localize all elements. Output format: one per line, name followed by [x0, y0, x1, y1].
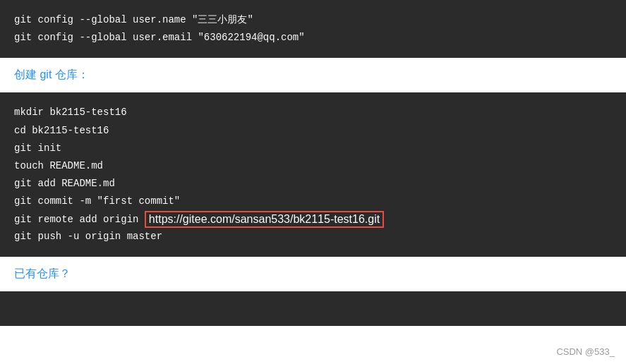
code-block-existing-repo [0, 291, 626, 326]
remote-url-highlighted: https://gitee.com/sansan533/bk2115-test1… [145, 211, 384, 228]
code-line-add: git add README.md [14, 175, 612, 193]
section-heading-existing-repo: 已有仓库？ [0, 257, 626, 291]
page-container: git config --global user.name "三三小朋友" gi… [0, 0, 626, 364]
code-line-commit: git commit -m "first commit" [14, 193, 612, 210]
section-heading-create-repo: 创建 git 仓库： [0, 58, 626, 92]
code-line-remote: git remote add origin https://gitee.com/… [14, 211, 612, 228]
code-line-init: git init [14, 140, 612, 157]
code-line-email: git config --global user.email "63062219… [14, 29, 612, 47]
code-line-username: git config --global user.name "三三小朋友" [14, 11, 612, 29]
code-line-cd: cd bk2115-test16 [14, 122, 612, 140]
code-block-git-config: git config --global user.name "三三小朋友" gi… [0, 0, 626, 58]
remote-line-prefix: git remote add origin [14, 214, 145, 225]
code-line-mkdir: mkdir bk2115-test16 [14, 104, 612, 121]
watermark: CSDN @533_ [556, 346, 615, 357]
code-block-git-repo: mkdir bk2115-test16 cd bk2115-test16 git… [0, 92, 626, 256]
code-line-existing [14, 301, 612, 319]
code-line-touch: touch README.md [14, 157, 612, 175]
code-line-push: git push -u origin master [14, 228, 612, 245]
